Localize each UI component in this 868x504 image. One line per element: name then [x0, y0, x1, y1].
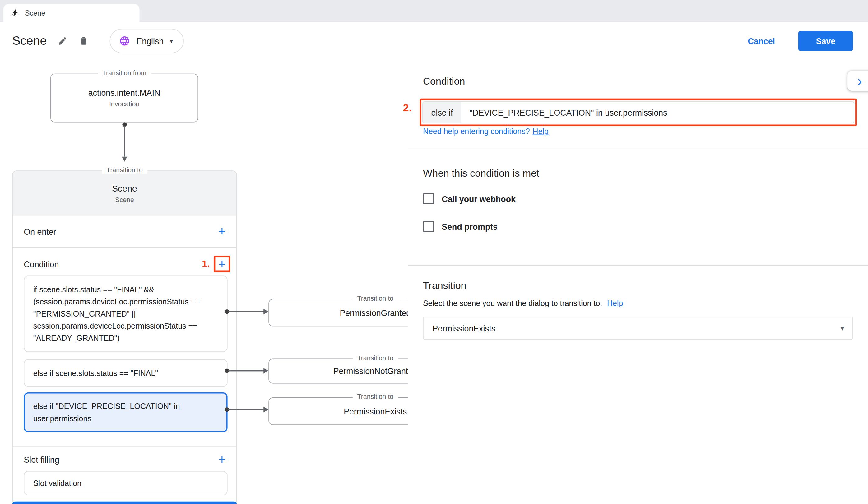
transition-description-text: Select the scene you want the dialog to …: [423, 299, 602, 307]
collapse-panel-button[interactable]: ›: [847, 71, 868, 91]
condition-item-2[interactable]: else if scene.slots.status == "FINAL": [24, 359, 228, 387]
target-node-name: PermissionNotGranted: [333, 366, 417, 376]
condition-help-text: Need help entering conditions?: [423, 127, 530, 136]
send-prompts-checkbox[interactable]: [423, 221, 434, 232]
annotation-2: 2.: [403, 102, 412, 114]
connector-line: [228, 409, 264, 410]
panel-divider: [408, 265, 868, 266]
language-label: English: [136, 36, 164, 46]
tab-title: Scene: [25, 9, 45, 17]
edit-scene-button[interactable]: [58, 36, 68, 46]
call-webhook-checkbox[interactable]: [423, 193, 434, 204]
globe-icon: [119, 35, 130, 46]
cancel-button[interactable]: Cancel: [748, 36, 775, 46]
arrowhead-right-icon: [264, 309, 268, 314]
intent-subtitle: Invocation: [109, 100, 140, 108]
condition-editor-highlight: else if "DEVICE_PRECISE_LOCATION" in use…: [420, 98, 857, 126]
scene-node[interactable]: Transition to Scene Scene On enter + Con…: [12, 170, 237, 504]
add-on-enter-button[interactable]: +: [214, 223, 230, 240]
actions-runner-icon: [11, 9, 20, 17]
scene-node-subtitle: Scene: [115, 196, 134, 203]
condition-item-3-selected[interactable]: else if "DEVICE_PRECISE_LOCATION" in use…: [24, 392, 228, 432]
section-divider: [13, 446, 236, 447]
transition-from-label: Transition from: [98, 69, 151, 77]
browser-tab-scene[interactable]: Scene: [3, 4, 140, 22]
selected-scene-value: PermissionExists: [432, 323, 495, 333]
target-node-name: PermissionExists: [344, 406, 407, 416]
browser-tab-strip: Scene: [0, 0, 868, 22]
intent-name: actions.intent.MAIN: [88, 88, 161, 97]
transition-description: Select the scene you want the dialog to …: [423, 299, 623, 307]
chevron-down-icon: ▾: [170, 38, 173, 44]
send-prompts-label: Send prompts: [442, 222, 498, 231]
condition-editor: else if "DEVICE_PRECISE_LOCATION" in use…: [422, 101, 854, 124]
prompts-option-row: Send prompts: [423, 221, 498, 232]
language-selector[interactable]: English ▾: [110, 29, 184, 53]
annotation-1: 1.: [202, 259, 210, 270]
condition-section-label: Condition: [24, 259, 59, 269]
condition-item-1[interactable]: if scene.slots.status == "FINAL" && (ses…: [24, 275, 228, 352]
target-node-label: Transition to: [353, 393, 398, 401]
panel-divider: [408, 148, 868, 148]
chevron-down-icon: ▾: [841, 324, 844, 332]
arrowhead-right-icon: [264, 368, 268, 374]
scene-node-title: Scene: [112, 183, 137, 193]
target-node-name: PermissionGranted: [340, 308, 411, 317]
transition-heading: Transition: [423, 280, 466, 292]
app-window: Scene Scene English ▾ Cancel Save Transi…: [0, 0, 868, 504]
condition-heading: Condition: [423, 76, 465, 87]
transition-from-node[interactable]: Transition from actions.intent.MAIN Invo…: [50, 74, 198, 123]
target-node-label: Transition to: [353, 354, 398, 362]
transition-help-link[interactable]: Help: [607, 299, 623, 307]
slot-filling-label: Slot filling: [24, 454, 59, 464]
target-node-label: Transition to: [353, 294, 398, 302]
on-enter-label: On enter: [24, 227, 56, 236]
connector-line: [228, 311, 264, 312]
condition-detail-panel: Condition › 2. else if "DEVICE_PRECISE_L…: [408, 60, 868, 504]
add-slot-button[interactable]: +: [214, 451, 230, 468]
arrowhead-right-icon: [264, 407, 268, 412]
condition-prefix-chip: else if: [423, 102, 461, 123]
call-webhook-label: Call your webhook: [442, 194, 515, 203]
condition-section-header: Condition 1. +: [13, 254, 236, 274]
when-met-heading: When this condition is met: [423, 168, 539, 179]
delete-scene-button[interactable]: [79, 36, 89, 46]
on-enter-section: On enter +: [13, 216, 236, 248]
arrowhead-down-icon: [122, 157, 127, 162]
page-title: Scene: [12, 34, 46, 48]
pencil-icon: [58, 36, 68, 46]
connector-line: [124, 126, 125, 157]
condition-help-link[interactable]: Help: [533, 127, 548, 136]
save-button[interactable]: Save: [798, 31, 853, 51]
next-section-highlight: [12, 502, 237, 504]
add-condition-button[interactable]: +: [214, 255, 230, 272]
page-header: Scene English ▾ Cancel Save: [0, 22, 868, 60]
transition-scene-select[interactable]: PermissionExists ▾: [423, 316, 853, 340]
condition-help-line: Need help entering conditions?Help: [423, 127, 549, 136]
connector-line: [228, 370, 264, 371]
trash-icon: [79, 36, 89, 46]
scene-node-label: Transition to: [102, 166, 147, 174]
chevron-right-icon: ›: [857, 74, 862, 88]
slot-validation-item[interactable]: Slot validation: [24, 471, 228, 495]
scene-node-header: Scene Scene: [13, 171, 236, 216]
webhook-option-row: Call your webhook: [423, 193, 516, 204]
slot-filling-section-header: Slot filling +: [13, 449, 236, 469]
condition-expression-input[interactable]: "DEVICE_PRECISE_LOCATION" in user.permis…: [461, 102, 854, 123]
